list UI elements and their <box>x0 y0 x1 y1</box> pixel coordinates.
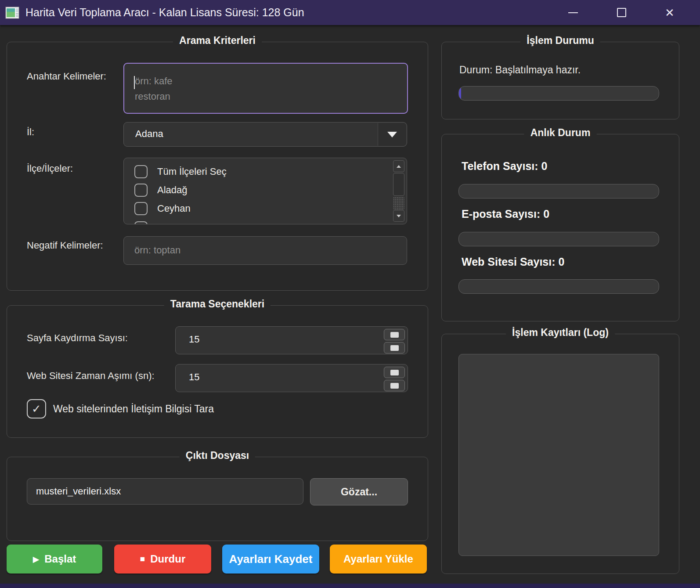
app-icon <box>5 6 19 20</box>
scrollbar-track[interactable] <box>393 197 404 210</box>
stop-icon: ■ <box>140 554 145 564</box>
scroll-down-button[interactable] <box>393 210 404 222</box>
output-file-input[interactable]: musteri_verileri.xlsx <box>27 478 303 505</box>
progress-fill <box>459 87 461 100</box>
title-bar: Harita Veri Toplama Aracı - Kalan Lisans… <box>0 0 700 25</box>
process-status-group: İşlem Durumu Durum: Başlatılmaya hazır. <box>441 42 679 119</box>
email-count-label: E-posta Sayısı: 0 <box>462 208 549 220</box>
scrape-contact-label: Web sitelerinden İletişim Bilgisi Tara <box>53 403 214 415</box>
website-progress-bar <box>458 279 659 294</box>
close-icon: ✕ <box>665 7 675 18</box>
website-count-label: Web Sitesi Sayısı: 0 <box>462 256 564 268</box>
spin-down-button[interactable] <box>384 342 405 354</box>
minimize-button[interactable] <box>566 5 581 20</box>
scroll-count-value: 15 <box>189 334 199 345</box>
district-item-label: Aladağ <box>157 184 188 196</box>
close-button[interactable]: ✕ <box>662 5 677 20</box>
load-settings-label: Ayarları Yükle <box>343 553 413 565</box>
timeout-value: 15 <box>189 372 199 383</box>
districts-label: İlçe/İlçeler: <box>27 163 73 174</box>
save-settings-label: Ayarları Kaydet <box>229 552 313 566</box>
timeout-spinbox[interactable]: 15 <box>175 364 408 392</box>
window-controls: ✕ <box>566 5 700 20</box>
app-window: Harita Veri Toplama Aracı - Kalan Lisans… <box>0 0 700 588</box>
overall-progress-bar <box>458 86 659 101</box>
negative-keywords-label: Negatif Kelimeler: <box>27 240 103 251</box>
checkbox-unchecked-icon[interactable] <box>134 202 148 215</box>
window-title: Harita Veri Toplama Aracı - Kalan Lisans… <box>25 6 304 19</box>
spin-up-button[interactable] <box>384 367 405 378</box>
browse-button-label: Gözat... <box>341 486 377 498</box>
checkbox-checked-icon: ✓ <box>27 399 46 418</box>
live-status-group: Anlık Durum Telefon Sayısı: 0 E-posta Sa… <box>441 134 679 321</box>
spin-down-button[interactable] <box>384 380 405 391</box>
scrollbar-thumb[interactable] <box>393 173 404 196</box>
log-legend: İşlem Kayıtları (Log) <box>506 327 615 339</box>
negative-keywords-input[interactable]: örn: toptan <box>123 236 407 265</box>
scan-options-group: Tarama Seçenekleri Sayfa Kaydırma Sayısı… <box>7 305 428 438</box>
spin-up-button[interactable] <box>384 329 405 340</box>
background-window-strip <box>0 584 700 588</box>
checkmark-glyph: ✓ <box>32 402 41 416</box>
save-settings-button[interactable]: Ayarları Kaydet <box>222 545 319 574</box>
checkbox-unchecked-icon[interactable] <box>134 165 148 178</box>
process-status-legend: İşlem Durumu <box>520 35 600 47</box>
scroll-count-spinbox[interactable]: 15 <box>175 326 408 354</box>
spin-up-icon <box>390 370 399 375</box>
minimize-icon <box>568 12 578 13</box>
district-item-ceyhan[interactable]: Ceyhan <box>134 199 191 218</box>
maximize-button[interactable] <box>614 5 629 20</box>
live-status-legend: Anlık Durum <box>524 127 597 139</box>
start-button[interactable]: ▶ Başlat <box>7 545 102 574</box>
checkbox-unchecked-icon[interactable] <box>134 184 148 197</box>
spin-down-icon <box>390 345 399 351</box>
scroll-up-button[interactable] <box>393 160 404 172</box>
phone-progress-bar <box>458 184 659 198</box>
districts-scrollbar[interactable] <box>393 160 404 222</box>
browse-button[interactable]: Gözat... <box>310 478 408 505</box>
play-icon: ▶ <box>33 554 40 564</box>
stop-button-label: Durdur <box>150 553 185 565</box>
district-item-select-all[interactable]: Tüm İlçeleri Seç <box>134 162 227 181</box>
chevron-down-icon <box>387 132 397 137</box>
log-textarea[interactable] <box>458 354 659 556</box>
keywords-placeholder-line1: örn: kafe <box>135 76 173 87</box>
scroll-count-label: Sayfa Kaydırma Sayısı: <box>27 332 128 344</box>
keywords-textarea[interactable]: örn: kafe restoran <box>123 63 408 114</box>
spin-down-icon <box>390 383 399 389</box>
district-item-label: Ceyhan <box>157 203 191 214</box>
negative-keywords-placeholder: örn: toptan <box>134 245 180 256</box>
keywords-label: Anahtar Kelimeler: <box>27 71 106 82</box>
status-text: Durum: Başlatılmaya hazır. <box>459 64 581 76</box>
combobox-arrow-zone[interactable] <box>378 123 406 146</box>
arrow-down-icon <box>397 215 401 217</box>
email-progress-bar <box>458 232 659 246</box>
start-button-label: Başlat <box>44 553 76 565</box>
province-combobox[interactable]: Adana <box>123 122 407 147</box>
output-file-group: Çıktı Dosyası musteri_verileri.xlsx Göza… <box>7 457 428 541</box>
search-criteria-legend: Arama Kriterleri <box>173 35 262 47</box>
maximize-icon <box>617 8 626 17</box>
log-group: İşlem Kayıtları (Log) <box>441 334 679 574</box>
phone-count-label: Telefon Sayısı: 0 <box>462 160 547 173</box>
search-criteria-group: Arama Kriterleri Anahtar Kelimeler: örn:… <box>7 42 428 291</box>
province-value: Adana <box>135 128 163 140</box>
stop-button[interactable]: ■ Durdur <box>114 545 211 574</box>
checkbox-partial-icon <box>134 221 148 224</box>
spin-up-icon <box>390 332 399 338</box>
load-settings-button[interactable]: Ayarları Yükle <box>330 545 427 574</box>
district-item-label: Tüm İlçeleri Seç <box>157 166 227 177</box>
province-label: İl: <box>27 126 34 138</box>
arrow-up-icon <box>397 165 401 168</box>
output-file-value: musteri_verileri.xlsx <box>36 486 121 497</box>
district-item-aladag[interactable]: Aladağ <box>134 181 188 199</box>
scrape-contact-checkbox[interactable]: ✓ Web sitelerinden İletişim Bilgisi Tara <box>27 399 214 418</box>
districts-listbox[interactable]: Tüm İlçeleri Seç Aladağ Ceyhan <box>123 158 407 224</box>
keywords-placeholder-line2: restoran <box>135 91 170 102</box>
scan-options-legend: Tarama Seçenekleri <box>164 298 271 310</box>
output-file-legend: Çıktı Dosyası <box>180 450 255 462</box>
timeout-label: Web Sitesi Zaman Aşımı (sn): <box>27 370 155 382</box>
